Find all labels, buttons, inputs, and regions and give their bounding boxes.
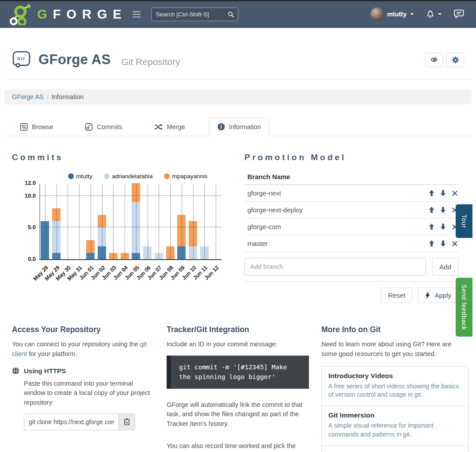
move-up-button[interactable] [428,240,435,247]
header-divider [4,79,472,80]
clipboard-icon [123,418,130,425]
arrow-up-icon [428,207,435,213]
header-actions [425,53,464,67]
move-down-button[interactable] [439,223,447,230]
promotion-model-title: Promotion Model [244,153,458,162]
branch-row-actions [428,189,458,197]
eye-icon [430,57,438,63]
chart-x-axis-labels: May 28May 29May 30May 31Jun 01Jun 02Jun … [39,260,221,288]
divider [244,252,458,252]
info-columns: Access Your Repository You can connect t… [0,325,476,452]
using-https-heading: Using HTTPS [12,367,154,375]
move-up-button[interactable] [428,206,435,214]
user-menu[interactable]: mtutty [370,8,414,21]
arrow-down-icon [440,190,446,196]
access-repository-title: Access Your Repository [12,325,154,334]
resource-title: Git Immersion [328,411,461,419]
tab-label: Browse [32,123,53,130]
divider [244,281,458,282]
tracker-intro: Include an ID in your commit message: [167,340,309,349]
username: mtutty [387,11,407,18]
access-repository-section: Access Your Repository You can connect t… [12,325,154,452]
breadcrumb: GForge AS / Information [4,89,472,104]
legend-swatch [104,173,110,179]
legend-label: adriandelatabla [112,173,152,180]
add-branch-input[interactable] [244,258,426,276]
legend-swatch [68,173,74,179]
browse-icon [20,123,28,131]
delete-branch-button[interactable] [451,240,458,247]
legend-swatch [164,173,170,179]
legend-item: mpapayannis [164,173,207,180]
move-up-button[interactable] [428,223,435,230]
tab-label: Merge [167,123,185,130]
gear-icon [452,56,459,64]
send-feedback-tab[interactable]: Send feedback [456,278,472,337]
resource-git-official-docs[interactable]: Git Official Documentation [322,445,468,452]
tab-merge[interactable]: Merge [146,118,193,136]
y-tick-label: 10.0 [15,192,36,199]
copy-clone-button[interactable] [118,414,135,430]
notifications-menu[interactable] [426,9,442,19]
lightning-bolt-icon [425,291,430,299]
move-down-button[interactable] [439,206,447,214]
gforge-logo-icon [9,3,33,25]
branch-row: gforge-com [244,218,458,235]
move-up-button[interactable] [428,189,435,197]
gridline-horizontal [39,195,221,196]
arrow-down-icon [440,207,446,213]
breadcrumb-project-link[interactable]: GForge AS [12,93,44,100]
tour-tab[interactable]: Tour [456,204,472,238]
commits-chart: 0.05.010.012.0 [39,184,221,260]
watch-button[interactable] [425,53,443,67]
move-down-button[interactable] [439,189,447,197]
y-tick-label: 12.0 [15,180,36,186]
menu-icon[interactable] [130,8,143,20]
move-down-button[interactable] [439,240,447,247]
tab-label: Information [229,123,261,130]
tracker-git-title: Tracker/Git Integration [167,325,309,334]
settings-button[interactable] [446,53,464,67]
resource-description: A simple visual reference for important … [328,421,461,439]
resource-introductory-videos[interactable]: Introductory Videos A free series of sho… [322,367,468,406]
delete-branch-button[interactable] [451,189,458,197]
promotion-model-section: Promotion Model Branch Name gforge-nextg… [244,153,458,303]
commits-title: Commits [12,153,236,162]
clone-command-input[interactable] [24,414,118,430]
branch-row-actions [428,240,458,247]
globe-icon [12,367,19,375]
tab-commits[interactable]: Commits [77,118,130,136]
branch-row: master [244,235,458,252]
y-tick-label: 5.0 [15,224,36,230]
branch-row: gforge-next [244,185,458,202]
git-resources-list: Introductory Videos A free series of sho… [321,366,468,452]
reset-button[interactable]: Reset [381,287,412,303]
commit-example-code: git commit -m '[#12345] Make the spinnin… [167,356,309,389]
gforge-logo[interactable]: GFORGE [9,3,127,25]
add-branch-button[interactable]: Add [432,258,458,276]
gridline-horizontal [39,227,221,227]
chat-icon[interactable] [453,9,465,19]
tab-browse[interactable]: Browse [12,118,61,136]
search-input[interactable] [156,11,228,18]
tab-information[interactable]: Information [209,118,270,136]
search-icon[interactable] [228,11,234,18]
access-intro: You can connect to your repository using… [12,340,154,359]
bell-icon [426,9,435,19]
info-icon [217,123,225,130]
y-tick-label: 0.0 [15,256,36,262]
git-repository-icon: GIT [12,50,31,69]
arrow-down-icon [440,223,446,230]
resource-git-immersion[interactable]: Git Immersion A simple visual reference … [322,406,468,445]
branch-row: gforge-next-deploy [244,202,458,218]
branch-name: gforge-com [248,223,428,230]
legend-item: adriandelatabla [104,173,152,180]
apply-button[interactable]: Apply [418,287,458,303]
merge-icon [154,123,163,130]
https-instructions: Paste this command into your terminal wi… [24,379,154,408]
promotion-actions: Reset Apply [244,287,458,303]
chart-legend: mtuttyadriandelatablampapayannis [39,173,236,180]
resource-title: Introductory Videos [328,372,461,380]
tab-label: Commits [97,123,122,130]
branch-row-actions [428,206,458,214]
